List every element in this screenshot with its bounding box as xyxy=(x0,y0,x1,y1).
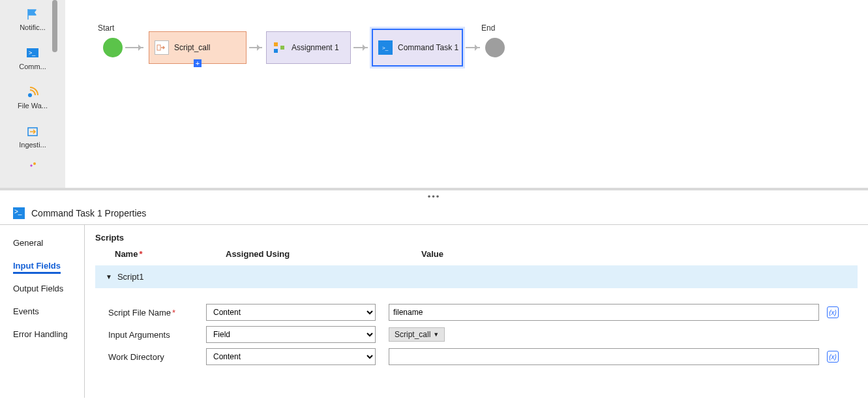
sparkle-icon xyxy=(25,159,40,172)
flow-arrow xyxy=(466,47,480,48)
palette-item-label: Notific... xyxy=(20,23,46,31)
flow-arrow xyxy=(249,47,262,48)
palette-item-label: Ingesti... xyxy=(19,141,46,149)
svg-text:>_: >_ xyxy=(29,50,36,56)
properties-main: Scripts Name* Assigned Using Value ▼ Scr… xyxy=(85,225,868,398)
input-arguments-field-picker[interactable]: Script_call▼ xyxy=(389,327,445,342)
assigned-using-select[interactable]: Content Field xyxy=(206,304,376,321)
palette-item-extra[interactable] xyxy=(0,156,65,175)
field-label: Input Arguments xyxy=(108,330,206,340)
satellite-icon xyxy=(25,86,40,99)
palette-item-ingestion[interactable]: Ingesti... xyxy=(0,117,65,156)
node-title: Assignment 1 xyxy=(292,43,339,52)
tab-input-fields[interactable]: Input Fields xyxy=(0,254,84,277)
task-palette: Notific... >_ Comm... File Wa... Ingesti… xyxy=(0,0,65,188)
end-node[interactable] xyxy=(485,38,505,57)
palette-item-label: File Wa... xyxy=(18,102,48,110)
palette-item-file-wait[interactable]: File Wa... xyxy=(0,78,65,117)
caret-down-icon: ▼ xyxy=(433,331,439,338)
caret-down-icon: ▼ xyxy=(106,273,112,280)
flow-arrow xyxy=(353,47,368,48)
canvas-area: Notific... >_ Comm... File Wa... Ingesti… xyxy=(0,0,868,190)
assignment-node[interactable]: Assignment 1 xyxy=(266,31,351,64)
script-accordion-row[interactable]: ▼ Script1 xyxy=(95,265,858,288)
form-row-work-directory: Work Directory Content Field (x) xyxy=(95,346,858,368)
start-node[interactable] xyxy=(103,38,123,57)
tab-events[interactable]: Events xyxy=(0,300,84,323)
start-label: Start xyxy=(98,23,114,33)
subprocess-icon xyxy=(155,40,169,55)
expression-icon[interactable]: (x) xyxy=(827,351,839,363)
required-indicator: * xyxy=(139,249,142,259)
properties-header: Command Task 1 Properties xyxy=(0,202,868,225)
assignment-icon xyxy=(272,40,286,55)
svg-rect-9 xyxy=(280,46,284,50)
properties-tabs: General Input Fields Output Fields Event… xyxy=(0,225,85,398)
flow-arrow xyxy=(125,47,143,48)
svg-text:>_: >_ xyxy=(382,45,389,51)
terminal-icon: >_ xyxy=(25,47,40,60)
node-title: Command Task 1 xyxy=(398,43,458,52)
tab-output-fields[interactable]: Output Fields xyxy=(0,277,84,300)
field-label: Script File Name* xyxy=(108,308,206,318)
assigned-using-select[interactable]: Field Content xyxy=(206,326,376,343)
work-directory-input[interactable] xyxy=(389,348,819,365)
svg-rect-8 xyxy=(274,49,278,53)
script-form: Script File Name* Content Field (x) Inpu… xyxy=(95,301,858,368)
workflow-canvas[interactable]: Start Script_call + Assignment 1 >_ Comm… xyxy=(65,0,868,188)
section-title: Scripts xyxy=(95,233,858,243)
command-task-node[interactable]: >_ Command Task 1 xyxy=(372,29,463,67)
assigned-using-select[interactable]: Content Field xyxy=(206,348,376,365)
expression-icon[interactable]: (x) xyxy=(827,306,839,318)
col-value: Value xyxy=(421,249,838,259)
col-name: Name xyxy=(115,249,138,259)
properties-body: General Input Fields Output Fields Event… xyxy=(0,225,868,398)
add-branch-icon[interactable]: + xyxy=(194,59,202,67)
col-assigned-using: Assigned Using xyxy=(226,249,421,259)
node-title: Script_call xyxy=(174,43,210,52)
svg-rect-7 xyxy=(274,42,278,46)
palette-scrollbar[interactable] xyxy=(52,0,57,52)
panel-resize-handle[interactable]: ••• xyxy=(0,190,868,202)
end-label: End xyxy=(481,23,495,33)
svg-point-2 xyxy=(28,93,32,97)
script-file-name-input[interactable] xyxy=(389,304,819,321)
terminal-icon xyxy=(13,207,25,219)
form-row-script-file-name: Script File Name* Content Field (x) xyxy=(95,301,858,323)
flag-icon xyxy=(25,8,40,21)
svg-rect-6 xyxy=(157,45,160,50)
script-name: Script1 xyxy=(117,272,143,282)
properties-title: Command Task 1 Properties xyxy=(31,208,146,218)
form-row-input-arguments: Input Arguments Field Content Script_cal… xyxy=(95,323,858,346)
tab-error-handling[interactable]: Error Handling xyxy=(0,323,84,346)
ingestion-icon xyxy=(25,125,40,138)
tab-general[interactable]: General xyxy=(0,231,84,254)
field-label: Work Directory xyxy=(108,352,206,362)
svg-marker-4 xyxy=(30,164,33,167)
terminal-icon: >_ xyxy=(378,40,393,55)
svg-point-5 xyxy=(33,162,36,165)
scripts-grid-header: Name* Assigned Using Value xyxy=(95,246,858,261)
script-call-node[interactable]: Script_call + xyxy=(149,31,247,64)
palette-item-label: Comm... xyxy=(19,63,46,70)
